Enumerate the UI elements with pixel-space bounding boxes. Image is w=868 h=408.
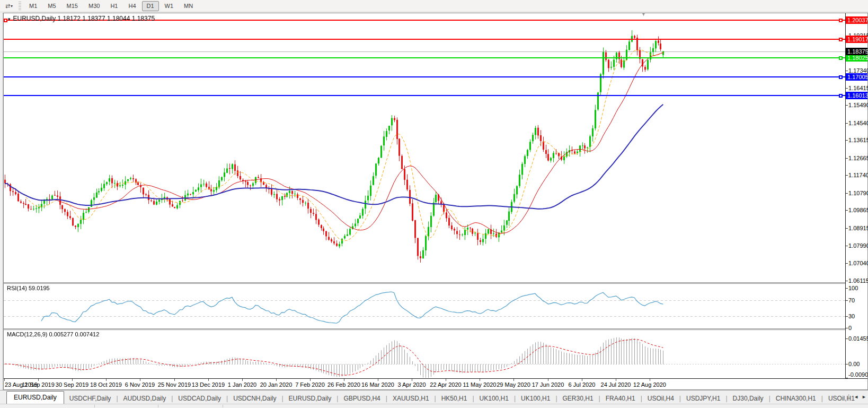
- date-tick-mark: [582, 379, 582, 381]
- date-label: 24 Jul 2020: [601, 381, 631, 388]
- date-tick-mark: [242, 379, 243, 381]
- timeframe-m1[interactable]: M1: [24, 1, 42, 11]
- rsi-tick-label: 30: [848, 313, 855, 320]
- tab-fra40-h1[interactable]: FRA40,H1: [600, 393, 641, 404]
- date-tick-mark: [174, 379, 175, 381]
- date-tick-mark: [38, 379, 39, 381]
- date-label: 25 Nov 2019: [158, 381, 191, 388]
- price-tick-label: 1.11740: [848, 172, 868, 179]
- tab-scroll-left-icon[interactable]: ◄: [854, 394, 858, 400]
- macd-panel: MACD(12,26,9) 0.005277 0.007412: [4, 330, 867, 378]
- timeframe-m15[interactable]: M15: [62, 1, 83, 11]
- tab-usdcnh-daily[interactable]: USDCNH,Daily: [228, 393, 281, 404]
- date-label: 17 Jun 2020: [532, 381, 564, 388]
- tab-uk100-h1[interactable]: UK100,H1: [474, 393, 514, 404]
- macd-signal-value: 0.007412: [75, 331, 99, 337]
- macd-tick-label: 0.00: [848, 361, 860, 368]
- rsi-tick-label: 100: [848, 285, 858, 292]
- date-tick-mark: [310, 379, 311, 381]
- tab-xauusd-h1[interactable]: XAUUSD,H1: [387, 393, 435, 404]
- rsi-tick-mark: [846, 288, 848, 289]
- date-tick-mark: [106, 379, 107, 381]
- price-tick-mark: [846, 71, 848, 71]
- date-label: 20 Jan 2020: [260, 381, 293, 388]
- date-tick-mark: [513, 379, 514, 381]
- hline-price-label[interactable]: 1.20037: [846, 16, 867, 24]
- date-label: 29 May 2020: [497, 381, 530, 388]
- timeframe-h1[interactable]: H1: [105, 1, 122, 11]
- timeframe-mn[interactable]: MN: [179, 1, 198, 11]
- rsi-tick-label: 0: [848, 325, 852, 332]
- rsi-tick-label: 70: [848, 297, 855, 304]
- status-bar-divider: [94, 405, 95, 407]
- rsi-canvas[interactable]: [4, 284, 845, 328]
- timeframe-w1[interactable]: W1: [160, 1, 179, 11]
- date-tick-mark: [378, 379, 378, 381]
- chart-tools-icon[interactable]: ⇄ ▾: [2, 1, 16, 11]
- date-tick-mark: [208, 379, 209, 381]
- tab-audusd-daily[interactable]: AUDUSD,Daily: [118, 393, 172, 404]
- date-label: 13 Dec 2019: [192, 381, 225, 388]
- date-label: 30 Sep 2019: [56, 381, 88, 388]
- price-tick-label: 1.13615: [848, 137, 868, 144]
- price-tick-mark: [846, 123, 848, 124]
- tab-eurusd-daily[interactable]: EURUSD,Daily: [284, 393, 337, 404]
- timeframe-h4[interactable]: H4: [123, 1, 140, 11]
- date-label: 16 Mar 2020: [361, 381, 394, 388]
- date-tick-mark: [72, 379, 73, 381]
- chart-title-text: EURUSD,Daily 1.18172 1.18377 1.18044 1.1…: [13, 15, 155, 22]
- tab-dj30-daily[interactable]: DJ30,Daily: [728, 393, 769, 404]
- hline-price-label[interactable]: 1.16013: [846, 92, 867, 99]
- price-tick-mark: [846, 88, 848, 89]
- price-tick-mark: [846, 228, 848, 229]
- macd-main-value: 0.005277: [49, 331, 73, 337]
- price-tick-mark: [846, 193, 848, 194]
- hline-price-label[interactable]: 1.19017: [846, 36, 867, 43]
- date-tick-mark: [480, 379, 480, 381]
- timeframe-m30[interactable]: M30: [84, 1, 104, 11]
- tab-usdchf-daily[interactable]: USDCHF,Daily: [64, 393, 117, 404]
- arrows-icon: ⇄: [5, 3, 10, 10]
- tab-uk100-h1[interactable]: UK100,H1: [516, 393, 555, 404]
- date-tick-mark: [446, 379, 446, 381]
- date-label: 6 Nov 2019: [125, 381, 155, 388]
- toolbar-grip[interactable]: [19, 2, 21, 10]
- tab-ger30-h1[interactable]: GER30,H1: [557, 393, 599, 404]
- mt4-application: ⇄ ▾ M1M5M15M30H1H4D1W1MN ▾EURUSD,Daily 1…: [0, 0, 868, 408]
- price-tick-label: 1.07990: [848, 242, 868, 249]
- price-tick-label: 1.09865: [848, 207, 868, 214]
- hline-price-label[interactable]: 1.17005: [846, 73, 867, 81]
- date-label: 11 Sep 2019: [22, 381, 55, 388]
- timeframe-m5[interactable]: M5: [43, 1, 60, 11]
- tab-usdcad-daily[interactable]: USDCAD,Daily: [173, 393, 226, 404]
- date-label: 26 Feb 2020: [327, 381, 360, 388]
- price-tick-label: 1.06115: [848, 277, 868, 284]
- timeframe-d1[interactable]: D1: [142, 1, 159, 11]
- status-bar: [0, 404, 868, 408]
- tab-eurusd-daily[interactable]: EURUSD,Daily: [6, 391, 64, 404]
- timeframe-toolbar: M1M5M15M30H1H4D1W1MN: [24, 1, 198, 11]
- tab-usdjpy-h1[interactable]: USDJPY,H1: [681, 393, 725, 404]
- tab-gbpusd-h4[interactable]: GBPUSD,H4: [338, 393, 385, 404]
- macd-name: MACD(12,26,9): [7, 331, 47, 337]
- price-tick-label: 1.12665: [848, 155, 868, 162]
- price-tick-label: 1.14540: [848, 120, 868, 127]
- main-chart-panel: ▾EURUSD,Daily 1.18172 1.18377 1.18044 1.…: [4, 13, 867, 282]
- hline-price-label[interactable]: 1.18025: [846, 54, 867, 62]
- tab-china300-h1[interactable]: CHINA300,H1: [770, 393, 821, 404]
- tab-hk50-h1[interactable]: HK50,H1: [436, 393, 473, 404]
- date-label: 18 Oct 2019: [90, 381, 122, 388]
- price-tick-label: 1.16415: [848, 85, 868, 92]
- macd-tick-label: 0.014556: [848, 335, 868, 342]
- macd-canvas[interactable]: [4, 330, 845, 378]
- tab-scroll-right-icon[interactable]: ►: [862, 394, 866, 400]
- chevron-down-icon: ▾: [11, 4, 13, 8]
- date-label: 22 Apr 2020: [430, 381, 461, 388]
- price-tick-label: 1.07040: [848, 260, 868, 267]
- tab-usoil-h4[interactable]: USOil,H4: [642, 393, 679, 404]
- date-tick-mark: [276, 379, 277, 381]
- date-tick-mark: [4, 379, 5, 381]
- rsi-value: 59.0195: [29, 285, 50, 291]
- candlestick-chart-canvas[interactable]: [4, 13, 845, 282]
- macd-tick-mark: [846, 338, 848, 339]
